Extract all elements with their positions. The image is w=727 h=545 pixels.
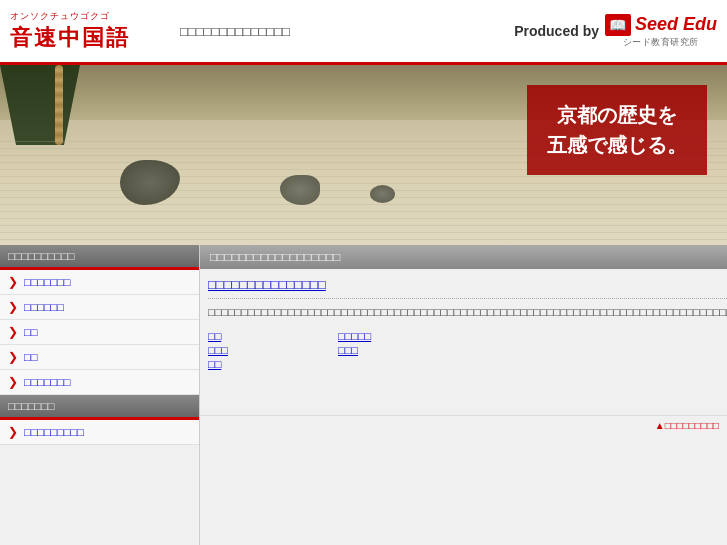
sidebar-section-2-header: □□□□□□□	[0, 395, 199, 417]
seed-name: Seed Edu	[635, 14, 717, 35]
article-link-2[interactable]: □□□□□	[338, 330, 458, 342]
main-content: □□□□□□□□□□ ❯ □□□□□□□ ❯ □□□□□□ ❯ □□ ❯ □□ …	[0, 245, 727, 545]
header-title: □□□□□□□□□□□□□□	[170, 24, 514, 39]
content-body: □□□□□□□□□□□□□□□ □□□□□□□□□□□□□□□□□□□□□□□□…	[200, 269, 727, 415]
chevron-right-icon-1: ❯	[8, 275, 18, 289]
sidebar-item-1[interactable]: ❯ □□□□□□□	[0, 270, 199, 295]
article-link-5[interactable]: □□	[208, 358, 328, 370]
sidebar: □□□□□□□□□□ ❯ □□□□□□□ ❯ □□□□□□ ❯ □□ ❯ □□ …	[0, 245, 200, 545]
sidebar-item-2[interactable]: ❯ □□□□□□	[0, 295, 199, 320]
hero-overlay: 京都の歴史を 五感で感じる。	[527, 85, 707, 175]
sidebar-link-6: □□□□□□□□□	[24, 426, 84, 438]
content-left: □□□□□□□□□□□□□□□ □□□□□□□□□□□□□□□□□□□□□□□□…	[208, 277, 727, 407]
chevron-right-icon-4: ❯	[8, 350, 18, 364]
header: オンソクチュウゴクゴ 音速中国語 □□□□□□□□□□□□□□ Produced…	[0, 0, 727, 65]
content-footer: ▲□□□□□□□□□	[200, 415, 727, 435]
zen-rock-3	[370, 185, 395, 203]
article-link-4[interactable]: □□□	[338, 344, 458, 356]
zen-chain	[55, 65, 63, 145]
seed-edu-logo: 📖 Seed Edu シード教育研究所	[605, 14, 717, 49]
article-links: □□ □□□□□ □□□ □□□ □□	[208, 330, 727, 370]
chevron-right-icon-5: ❯	[8, 375, 18, 389]
sidebar-item-4[interactable]: ❯ □□	[0, 345, 199, 370]
footer-link[interactable]: ▲□□□□□□□□□	[655, 420, 719, 431]
book-icon: 📖	[605, 14, 631, 36]
sidebar-link-2: □□□□□□	[24, 301, 64, 313]
article-link-3[interactable]: □□□	[208, 344, 328, 356]
hero-line2: 五感で感じる。	[547, 130, 687, 160]
sidebar-section-1-header: □□□□□□□□□□	[0, 245, 199, 267]
article-title[interactable]: □□□□□□□□□□□□□□□	[208, 277, 727, 292]
logo-ruby: オンソクチュウゴクゴ	[10, 10, 170, 23]
hero-line1: 京都の歴史を	[547, 100, 687, 130]
hero-banner: 京都の歴史を 五感で感じる。	[0, 65, 727, 245]
sidebar-item-6[interactable]: ❯ □□□□□□□□□	[0, 420, 199, 445]
produced-by: Produced by 📖 Seed Edu シード教育研究所	[514, 14, 717, 49]
sidebar-item-3[interactable]: ❯ □□	[0, 320, 199, 345]
seed-edu-sub: シード教育研究所	[623, 36, 699, 49]
zen-rock-2	[280, 175, 320, 205]
produced-label: Produced by	[514, 23, 599, 39]
logo-area: オンソクチュウゴクゴ 音速中国語	[10, 10, 170, 53]
content-panel: □□□□□□□□□□□□□□□□□□ □□□□□□□□□□□□□□□ □□□□□…	[200, 245, 727, 545]
article-divider	[208, 298, 727, 299]
sidebar-link-4: □□	[24, 351, 37, 363]
chevron-right-icon-3: ❯	[8, 325, 18, 339]
sidebar-link-5: □□□□□□□	[24, 376, 71, 388]
article-body: □□□□□□□□□□□□□□□□□□□□□□□□□□□□□□□□□□□□□□□□…	[208, 304, 727, 322]
seed-edu-main: 📖 Seed Edu	[605, 14, 717, 36]
article-link-1[interactable]: □□	[208, 330, 328, 342]
sidebar-item-5[interactable]: ❯ □□□□□□□	[0, 370, 199, 395]
chevron-right-icon-6: ❯	[8, 425, 18, 439]
sidebar-link-1: □□□□□□□	[24, 276, 71, 288]
logo-text: 音速中国語	[10, 23, 170, 53]
sidebar-link-3: □□	[24, 326, 37, 338]
chevron-right-icon-2: ❯	[8, 300, 18, 314]
content-header: □□□□□□□□□□□□□□□□□□	[200, 245, 727, 269]
